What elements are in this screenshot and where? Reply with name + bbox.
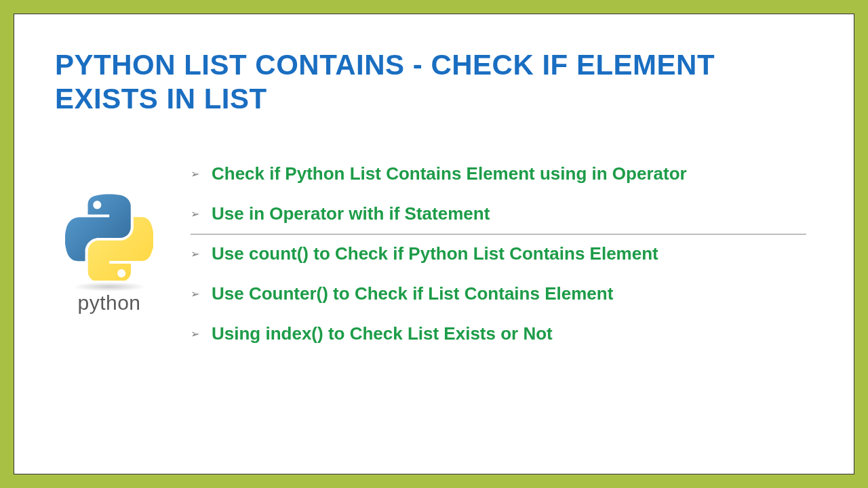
python-label: python	[77, 291, 140, 314]
list-item: ➢ Use count() to Check if Python List Co…	[191, 234, 813, 274]
bullet-icon: ➢	[191, 167, 199, 180]
list-item-text: Use Counter() to Check if List Contains …	[212, 283, 613, 304]
logo-shadow	[72, 282, 146, 291]
bullet-icon: ➢	[191, 207, 199, 220]
python-logo-icon	[65, 192, 153, 281]
page-title: PYTHON LIST CONTAINS - CHECK IF ELEMENT …	[55, 48, 813, 117]
list-item-text: Using index() to Check List Exists or No…	[212, 323, 553, 344]
content-list: ➢ Check if Python List Contains Element …	[191, 154, 813, 354]
list-item-text: Check if Python List Contains Element us…	[212, 163, 687, 184]
bullet-icon: ➢	[191, 287, 199, 300]
slide-card: PYTHON LIST CONTAINS - CHECK IF ELEMENT …	[14, 14, 854, 474]
list-item-text: Use count() to Check if Python List Cont…	[212, 243, 658, 264]
divider-line	[191, 234, 806, 235]
list-item: ➢ Check if Python List Contains Element …	[191, 154, 813, 194]
content-row: python ➢ Check if Python List Contains E…	[55, 154, 813, 354]
list-item: ➢ Using index() to Check List Exists or …	[191, 314, 813, 354]
list-item: ➢ Use Counter() to Check if List Contain…	[191, 274, 813, 314]
list-item: ➢ Use in Operator with if Statement	[191, 194, 813, 234]
bullet-icon: ➢	[191, 247, 199, 260]
bullet-icon: ➢	[191, 327, 199, 340]
list-item-text: Use in Operator with if Statement	[212, 203, 490, 224]
python-logo-section: python	[55, 192, 163, 314]
